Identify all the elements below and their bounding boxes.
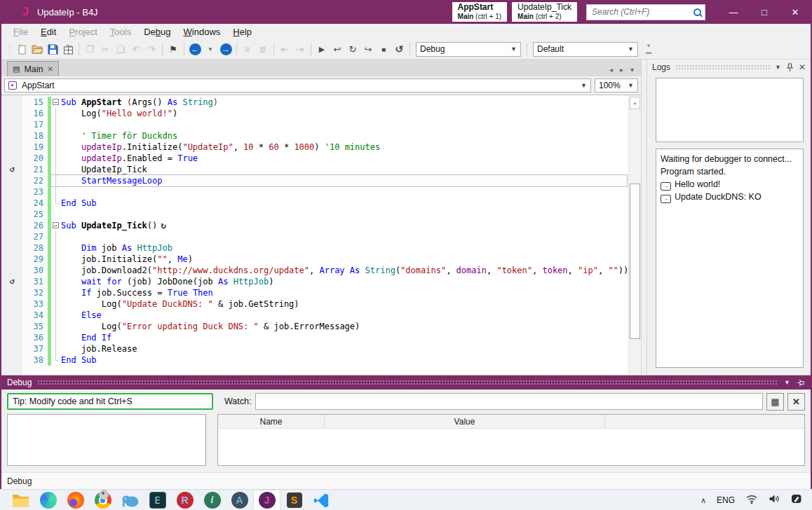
code-line-15[interactable]: 15Sub AppStart (Args() As String) [1, 97, 641, 108]
quick-tab-updateip-tick[interactable]: UpdateIp_Tick Main (ctrl + 2) [512, 2, 577, 21]
taskbar-edge-icon[interactable] [34, 490, 62, 510]
minimize-button[interactable]: — [718, 0, 749, 24]
taskbar-chrome-icon[interactable] [89, 490, 116, 510]
debug-pin-icon[interactable] [796, 379, 805, 387]
menu-edit[interactable]: Edit [34, 27, 62, 37]
close-button[interactable]: ✕ [780, 0, 811, 24]
code-line-31[interactable]: ↺31 wait for (job) JobDone(job As HttpJo… [1, 276, 641, 287]
code-line-26[interactable]: 26Sub UpdateIp_Tick()↻ [1, 220, 641, 231]
taskbar-sublime-text-icon[interactable]: S [280, 490, 308, 510]
open-folder-icon[interactable] [29, 41, 45, 57]
windows-ink-icon[interactable] [791, 493, 802, 507]
new-file-icon[interactable] [14, 41, 29, 57]
menu-tools[interactable]: Tools [104, 27, 137, 37]
scroll-up-icon[interactable]: ▲ [630, 97, 640, 109]
log-link-icon[interactable]: → [661, 182, 671, 191]
taskbar-vscode-icon[interactable] [308, 490, 335, 510]
watch-table[interactable]: NameValue [217, 414, 805, 466]
code-line-29[interactable]: 29 job.Initialize("", Me) [1, 254, 641, 265]
watch-column-extra[interactable] [605, 415, 804, 428]
uncomment-icon[interactable]: ≣ [255, 41, 271, 57]
logs-close-icon[interactable]: ✕ [799, 62, 806, 72]
tab-scroll-left-icon[interactable]: ◂ [609, 66, 613, 74]
run-configuration-select[interactable]: Default▼ [533, 42, 638, 57]
vertical-splitter[interactable] [641, 60, 647, 375]
clear-watch-button[interactable]: ✕ [787, 393, 805, 411]
code-line-28[interactable]: 28 Dim job As HttpJob [1, 242, 641, 254]
code-line-17[interactable]: 17 [1, 119, 641, 130]
taskbar-b4j-icon[interactable]: J [253, 490, 280, 510]
watch-column-value[interactable]: Value [325, 415, 605, 428]
log-link-icon[interactable]: → [661, 195, 671, 203]
fold-marker[interactable] [51, 97, 61, 108]
logs-menu-icon[interactable]: ▼ [775, 64, 781, 71]
code-line-24[interactable]: 24End Sub [1, 198, 641, 209]
taskbar-elephant-app-icon[interactable] [116, 490, 144, 510]
comment-icon[interactable]: ≡ [240, 41, 255, 57]
taskbar-firefox-icon[interactable] [62, 490, 89, 510]
editor-scrollbar[interactable]: ▲ [628, 95, 641, 375]
copy-icon[interactable]: ❐ [82, 41, 97, 57]
tab-close-icon[interactable]: ✕ [48, 65, 53, 73]
step-out-icon[interactable]: ↪ [360, 41, 376, 57]
bookmark-icon[interactable]: ⚑ [165, 41, 181, 57]
package-icon[interactable] [60, 41, 76, 57]
menu-debug[interactable]: Debug [137, 27, 177, 37]
navigate-back-icon[interactable]: ← [187, 41, 203, 57]
save-icon[interactable] [45, 41, 60, 57]
code-area[interactable]: 15Sub AppStart (Args() As String)16 Log(… [1, 95, 641, 375]
code-line-22[interactable]: 22 StartMessageLoop [1, 175, 641, 186]
code-line-27[interactable]: 27 [1, 231, 641, 242]
undo-icon[interactable]: ↶ [128, 41, 144, 57]
paste-icon[interactable]: ❑ [113, 41, 128, 57]
code-line-23[interactable]: 23 [1, 186, 641, 198]
taskbar-info-app-icon[interactable]: i [198, 490, 226, 510]
code-line-19[interactable]: 19 updateIp.Initialize("UpdateIp", 10 * … [1, 142, 641, 153]
show-hidden-icons-icon[interactable]: ∧ [701, 496, 706, 505]
debug-drag-handle[interactable] [37, 380, 778, 385]
taskbar-r-app-icon[interactable]: R [171, 490, 198, 510]
code-line-30[interactable]: 30 job.Download2("http://www.duckdns.org… [1, 265, 641, 276]
search-icon[interactable] [693, 8, 701, 16]
tab-main[interactable]: ▤ Main ✕ [7, 61, 59, 76]
logs-filter-box[interactable] [656, 78, 804, 142]
redo-icon[interactable]: ↷ [144, 41, 159, 57]
menu-help[interactable]: Help [226, 27, 258, 37]
code-line-32[interactable]: 32 If job.Success = True Then [1, 287, 641, 298]
language-indicator[interactable]: ENG [717, 495, 735, 505]
debug-menu-icon[interactable]: ▼ [784, 379, 790, 386]
watch-column-name[interactable]: Name [218, 415, 325, 428]
volume-icon[interactable] [769, 494, 780, 506]
toolbar-overflow-icon[interactable]: ▼▬ [641, 41, 656, 57]
code-line-20[interactable]: 20 updateIp.Enabled = True [1, 153, 641, 164]
tab-scroll-right-icon[interactable]: ▸ [620, 66, 623, 74]
taskbar-e-editor-icon[interactable]: E [144, 490, 171, 510]
build-configuration-select[interactable]: Debug▼ [416, 42, 521, 57]
stop-icon[interactable]: ■ [376, 41, 391, 57]
sub-selector[interactable]: AppStart ▼ [4, 78, 591, 92]
logs-pin-icon[interactable] [786, 63, 794, 72]
wifi-icon[interactable] [745, 494, 758, 507]
step-into-icon[interactable]: ↩ [330, 41, 345, 57]
menu-project[interactable]: Project [62, 27, 103, 37]
search-input[interactable] [590, 6, 693, 18]
maximize-button[interactable]: □ [749, 0, 780, 24]
indent-icon[interactable]: ⇥ [292, 41, 308, 57]
run-icon[interactable]: ▶ [314, 41, 330, 57]
taskbar-file-explorer-icon[interactable] [7, 490, 34, 510]
menu-windows[interactable]: Windows [177, 27, 227, 37]
taskbar-a-app-icon[interactable]: A [226, 490, 253, 510]
code-line-34[interactable]: 34 Else [1, 310, 641, 321]
code-line-35[interactable]: 35 Log("Error updating Duck DNS: " & job… [1, 321, 641, 332]
tab-list-icon[interactable]: ▾ [630, 66, 634, 74]
cut-icon[interactable]: ✂ [97, 41, 113, 57]
outdent-icon[interactable]: ⇤ [277, 41, 292, 57]
menu-file[interactable]: File [7, 27, 34, 37]
code-line-33[interactable]: 33 Log("Update DuckDNS: " & job.GetStrin… [1, 298, 641, 310]
code-line-21[interactable]: ↺21 UpdateIp_Tick [1, 164, 641, 175]
watch-input[interactable] [255, 393, 763, 410]
search-box[interactable] [586, 4, 705, 20]
scrollbar-thumb[interactable] [630, 184, 640, 339]
step-over-icon[interactable]: ↻ [345, 41, 360, 57]
fold-marker[interactable] [51, 220, 61, 231]
